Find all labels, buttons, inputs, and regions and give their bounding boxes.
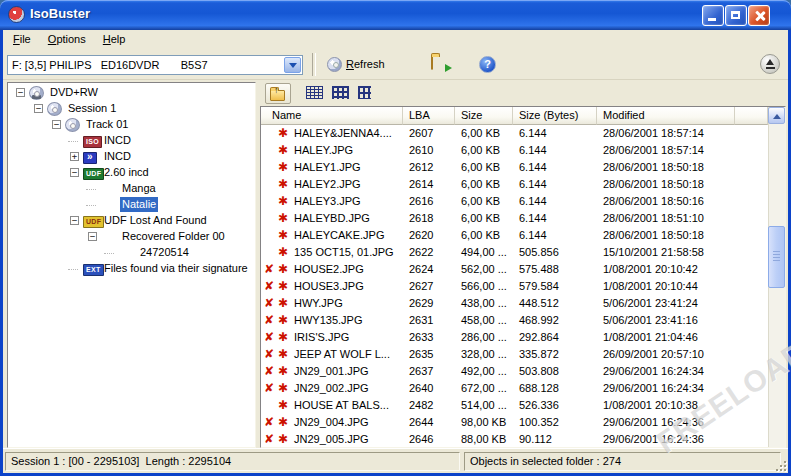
collapse-toggle-icon[interactable]: − — [52, 120, 61, 129]
tree-item-dvd-rw[interactable]: −DVD+RW — [8, 85, 255, 101]
deleted-cross-icon: ✘ — [264, 295, 277, 312]
file-splat-icon: ✱ — [278, 431, 292, 448]
file-row-house3-jpg[interactable]: ✘✱HOUSE3.JPG2627566,00 ...579.5841/08/20… — [261, 278, 768, 295]
column-header-modified[interactable]: Modified — [597, 107, 735, 125]
tree-item-recovered-folder-00[interactable]: −Recovered Folder 00 — [8, 229, 255, 245]
file-row-haley-jpg[interactable]: ✱HALEY.JPG26106,00 KB6.14428/06/2001 18:… — [261, 142, 768, 159]
cell-modified: 29/06/2001 16:24:36 — [597, 414, 735, 431]
collapse-toggle-icon[interactable]: − — [34, 104, 43, 113]
file-name: HALEY1.JPG — [294, 159, 361, 176]
column-header-size[interactable]: Size — [455, 107, 513, 125]
cell-lba: 2644 — [403, 414, 455, 431]
menu-options[interactable]: Options — [41, 33, 93, 45]
tree-item-manga[interactable]: Manga — [8, 181, 255, 197]
tree-item-label: DVD+RW — [48, 85, 100, 100]
file-name: HALEY2.JPG — [294, 176, 361, 193]
tree-item-incd[interactable]: ISOINCD — [8, 133, 255, 149]
collapse-toggle-icon[interactable]: − — [70, 168, 79, 177]
file-row-jn29-004-jpg[interactable]: ✘✱JN29_004.JPG264498,00 KB100.35229/06/2… — [261, 414, 768, 431]
scroll-up-button[interactable] — [768, 107, 785, 124]
tree-item-incd[interactable]: +»INCD — [8, 149, 255, 165]
cell-name: ✱HALEY2.JPG — [261, 176, 403, 193]
close-button[interactable] — [748, 5, 770, 26]
column-header-name[interactable]: Name — [261, 107, 403, 125]
titlebar[interactable]: IsoBuster — [0, 0, 791, 30]
folder-up-button[interactable]: ↑ — [265, 83, 291, 104]
tree-item-files-found-via-their-signature[interactable]: EXTFiles found via their signature — [8, 261, 255, 277]
column-header-size-bytes[interactable]: Size (Bytes) — [513, 107, 597, 125]
cell-bytes: 6.144 — [513, 176, 597, 193]
cell-name: ✘✱JEEP AT WOLF L... — [261, 346, 403, 363]
folder-icon — [119, 246, 137, 260]
cell-size: 438,00 ... — [455, 295, 513, 312]
file-row-jn29-002-jpg[interactable]: ✘✱JN29_002.JPG2640672,00 ...688.12829/06… — [261, 380, 768, 397]
folder-icon — [101, 198, 119, 212]
minimize-button[interactable] — [702, 5, 724, 26]
cell-lba: 2629 — [403, 295, 455, 312]
cell-modified: 5/06/2001 23:41:16 — [597, 312, 735, 329]
tree-guide-line — [86, 205, 96, 206]
resize-grip[interactable] — [774, 459, 786, 471]
tree-item-track-01[interactable]: −Track 01 — [8, 117, 255, 133]
file-row-jeep-at-wolf-l[interactable]: ✘✱JEEP AT WOLF L...2635328,00 ...335.872… — [261, 346, 768, 363]
deleted-cross-icon: ✘ — [264, 346, 277, 363]
cell-lba: 2635 — [403, 346, 455, 363]
chev-badge-icon: » — [83, 150, 101, 164]
eject-button[interactable] — [760, 54, 780, 74]
cell-modified: 28/06/2001 18:50:18 — [597, 227, 735, 244]
file-row-iris-s-jpg[interactable]: ✘✱IRIS'S.JPG2633286,00 ...292.8641/08/20… — [261, 329, 768, 346]
menu-help[interactable]: Help — [96, 33, 133, 45]
file-row-jn29-001-jpg[interactable]: ✘✱JN29_001.JPG2637492,00 ...503.80829/06… — [261, 363, 768, 380]
maximize-button[interactable] — [725, 5, 747, 26]
cell-bytes: 503.808 — [513, 363, 597, 380]
help-button[interactable]: ? — [475, 52, 500, 76]
tree-item-24720514[interactable]: 24720514 — [8, 245, 255, 261]
scroll-thumb[interactable] — [768, 226, 785, 288]
tree-item-label: INCD — [102, 149, 133, 164]
file-row-haley3-jpg[interactable]: ✱HALEY3.JPG26166,00 KB6.14428/06/2001 18… — [261, 193, 768, 210]
tree-item-2-60-incd[interactable]: −UDF2.60 incd — [8, 165, 255, 181]
file-name: HALEYCAKE.JPG — [294, 227, 384, 244]
cell-bytes: 335.872 — [513, 346, 597, 363]
tree-item-label: Files found via their signature — [102, 261, 250, 276]
collapse-toggle-icon[interactable]: − — [70, 216, 79, 225]
view-icons-icon[interactable] — [332, 86, 349, 99]
collapse-toggle-icon[interactable]: − — [88, 232, 97, 241]
tree-item-natalie[interactable]: Natalie — [8, 197, 255, 213]
file-splat-icon: ✱ — [278, 210, 292, 227]
file-row-house2-jpg[interactable]: ✘✱HOUSE2.JPG2624562,00 ...575.4881/08/20… — [261, 261, 768, 278]
file-row-haley2-jpg[interactable]: ✱HALEY2.JPG26146,00 KB6.14428/06/2001 18… — [261, 176, 768, 193]
view-details-icon[interactable] — [306, 86, 323, 99]
file-row-hwy-jpg[interactable]: ✘✱HWY.JPG2629438,00 ...448.5125/06/2001 … — [261, 295, 768, 312]
tree-item-session-1[interactable]: −Session 1 — [8, 101, 255, 117]
cell-size: 98,00 KB — [455, 414, 513, 431]
view-list-icon[interactable] — [358, 86, 371, 99]
menu-file[interactable]: File — [6, 33, 38, 45]
chevron-down-icon[interactable] — [284, 57, 301, 73]
cell-bytes: 100.352 — [513, 414, 597, 431]
folder-icon — [101, 230, 119, 244]
expand-toggle-icon[interactable]: + — [70, 152, 79, 161]
cell-size: 494,00 ... — [455, 244, 513, 261]
cell-size: 6,00 KB — [455, 159, 513, 176]
file-row-house-at-bals[interactable]: ✱HOUSE AT BALS...2482514,00 ...526.3361/… — [261, 397, 768, 414]
column-header-lba[interactable]: LBA — [403, 107, 455, 125]
file-row-jn29-005-jpg[interactable]: ✘✱JN29_005.JPG264688,00 KB90.11229/06/20… — [261, 431, 768, 448]
extract-button[interactable] — [427, 52, 453, 76]
cell-bytes: 6.144 — [513, 142, 597, 159]
file-row-haley1-jpg[interactable]: ✱HALEY1.JPG26126,00 KB6.14428/06/2001 18… — [261, 159, 768, 176]
file-row-haley-jenna4[interactable]: ✱HALEY&JENNA4....26076,00 KB6.14428/06/2… — [261, 125, 768, 142]
cell-lba: 2610 — [403, 142, 455, 159]
column-header-filler[interactable] — [735, 107, 768, 125]
tree-item-udf-lost-and-found[interactable]: −UDFUDF Lost And Found — [8, 213, 255, 229]
cell-name: ✱HALEY.JPG — [261, 142, 403, 159]
vertical-scrollbar[interactable] — [768, 107, 785, 447]
file-row-haleybd-jpg[interactable]: ✱HALEYBD.JPG26186,00 KB6.14428/06/2001 1… — [261, 210, 768, 227]
file-splat-icon: ✱ — [278, 414, 292, 431]
file-row-haleycake-jpg[interactable]: ✱HALEYCAKE.JPG26206,00 KB6.14428/06/2001… — [261, 227, 768, 244]
drive-combobox[interactable]: F: [3,5] PHILIPS ED16DVDR B5S7 — [7, 55, 303, 75]
refresh-button[interactable]: Refresh — [323, 52, 389, 76]
file-row-135-oct15-01-jpg[interactable]: ✱135 OCT15, 01.JPG2622494,00 ...505.8561… — [261, 244, 768, 261]
file-row-hwy135-jpg[interactable]: ✘✱HWY135.JPG2631458,00 ...468.9925/06/20… — [261, 312, 768, 329]
collapse-toggle-icon[interactable]: − — [16, 88, 25, 97]
